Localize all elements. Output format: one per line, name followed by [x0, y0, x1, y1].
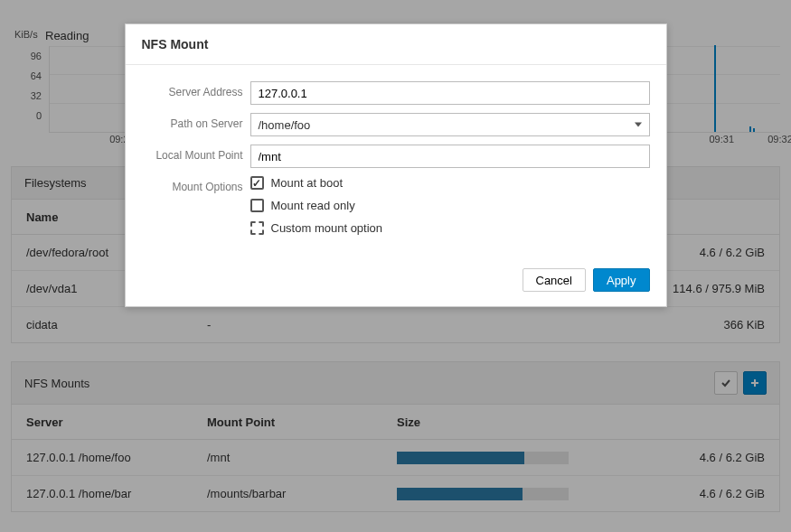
cancel-button[interactable]: Cancel	[523, 268, 586, 292]
label-server-address: Server Address	[142, 81, 243, 98]
checkbox-icon	[250, 221, 264, 235]
dialog-title: NFS Mount	[142, 37, 650, 51]
label-mount-options: Mount Options	[142, 176, 243, 193]
mount-at-boot-option[interactable]: Mount at boot	[250, 176, 650, 190]
mount-read-only-option[interactable]: Mount read only	[250, 199, 650, 212]
nfs-mount-dialog: NFS Mount Server Address Path on Server …	[125, 23, 667, 307]
chevron-down-icon	[635, 123, 642, 127]
label-path: Path on Server	[142, 113, 243, 130]
apply-button[interactable]: Apply	[593, 268, 650, 292]
local-mount-point-input[interactable]	[250, 145, 650, 168]
path-on-server-select[interactable]: /home/foo	[250, 113, 650, 136]
label-mountpoint: Local Mount Point	[142, 145, 243, 162]
checkbox-icon	[250, 199, 264, 212]
server-address-input[interactable]	[250, 81, 650, 105]
modal-overlay[interactable]: NFS Mount Server Address Path on Server …	[0, 0, 791, 532]
checkbox-icon	[250, 176, 264, 190]
custom-mount-option[interactable]: Custom mount option	[250, 221, 650, 235]
